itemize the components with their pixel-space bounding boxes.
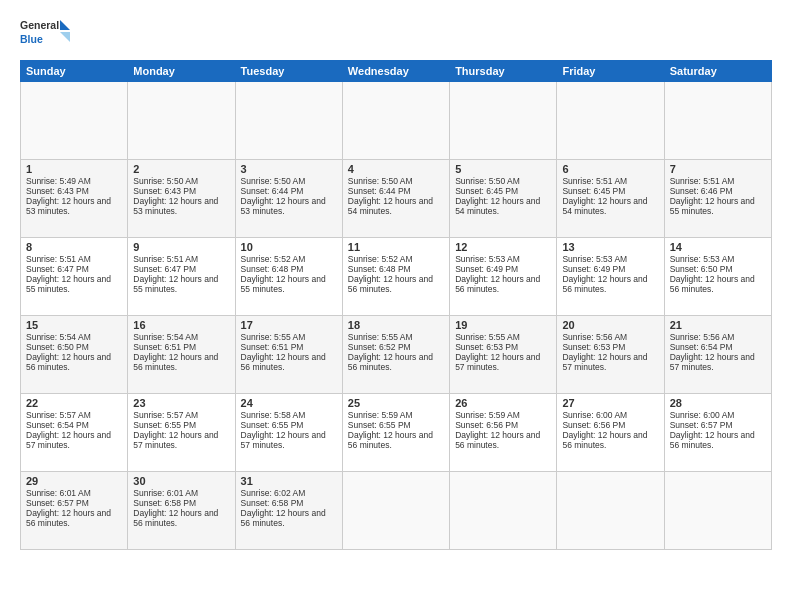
day-cell: 4Sunrise: 5:50 AMSunset: 6:44 PMDaylight… [342, 160, 449, 238]
sunrise-text: Sunrise: 5:49 AM [26, 176, 91, 186]
week-row-5: 22Sunrise: 5:57 AMSunset: 6:54 PMDayligh… [21, 394, 772, 472]
day-number: 6 [562, 163, 658, 175]
daylight-text: Daylight: 12 hours and 53 minutes. [133, 196, 218, 216]
sunrise-text: Sunrise: 5:59 AM [455, 410, 520, 420]
day-number: 15 [26, 319, 122, 331]
daylight-text: Daylight: 12 hours and 56 minutes. [670, 274, 755, 294]
sunrise-text: Sunrise: 5:50 AM [455, 176, 520, 186]
day-number: 16 [133, 319, 229, 331]
sunset-text: Sunset: 6:50 PM [26, 342, 89, 352]
header: General Blue [20, 16, 772, 52]
day-number: 9 [133, 241, 229, 253]
week-row-1 [21, 82, 772, 160]
day-number: 2 [133, 163, 229, 175]
sunrise-text: Sunrise: 5:51 AM [670, 176, 735, 186]
day-cell: 10Sunrise: 5:52 AMSunset: 6:48 PMDayligh… [235, 238, 342, 316]
day-cell: 29Sunrise: 6:01 AMSunset: 6:57 PMDayligh… [21, 472, 128, 550]
daylight-text: Daylight: 12 hours and 56 minutes. [133, 508, 218, 528]
logo: General Blue [20, 16, 70, 52]
day-cell [557, 472, 664, 550]
day-cell: 17Sunrise: 5:55 AMSunset: 6:51 PMDayligh… [235, 316, 342, 394]
day-number: 28 [670, 397, 766, 409]
sunset-text: Sunset: 6:52 PM [348, 342, 411, 352]
daylight-text: Daylight: 12 hours and 56 minutes. [26, 352, 111, 372]
calendar-table: SundayMondayTuesdayWednesdayThursdayFrid… [20, 60, 772, 550]
day-number: 11 [348, 241, 444, 253]
day-cell: 26Sunrise: 5:59 AMSunset: 6:56 PMDayligh… [450, 394, 557, 472]
sunset-text: Sunset: 6:53 PM [562, 342, 625, 352]
sunrise-text: Sunrise: 6:00 AM [562, 410, 627, 420]
daylight-text: Daylight: 12 hours and 55 minutes. [241, 274, 326, 294]
week-row-2: 1Sunrise: 5:49 AMSunset: 6:43 PMDaylight… [21, 160, 772, 238]
sunset-text: Sunset: 6:50 PM [670, 264, 733, 274]
sunrise-text: Sunrise: 5:56 AM [670, 332, 735, 342]
day-cell: 11Sunrise: 5:52 AMSunset: 6:48 PMDayligh… [342, 238, 449, 316]
sunrise-text: Sunrise: 6:01 AM [26, 488, 91, 498]
header-row: SundayMondayTuesdayWednesdayThursdayFrid… [21, 61, 772, 82]
sunset-text: Sunset: 6:54 PM [26, 420, 89, 430]
sunset-text: Sunset: 6:49 PM [455, 264, 518, 274]
daylight-text: Daylight: 12 hours and 57 minutes. [241, 430, 326, 450]
daylight-text: Daylight: 12 hours and 53 minutes. [241, 196, 326, 216]
day-cell: 2Sunrise: 5:50 AMSunset: 6:43 PMDaylight… [128, 160, 235, 238]
sunrise-text: Sunrise: 6:00 AM [670, 410, 735, 420]
sunrise-text: Sunrise: 5:55 AM [348, 332, 413, 342]
day-cell: 7Sunrise: 5:51 AMSunset: 6:46 PMDaylight… [664, 160, 771, 238]
sunrise-text: Sunrise: 5:57 AM [133, 410, 198, 420]
day-cell: 1Sunrise: 5:49 AMSunset: 6:43 PMDaylight… [21, 160, 128, 238]
day-cell [342, 82, 449, 160]
sunrise-text: Sunrise: 5:56 AM [562, 332, 627, 342]
day-cell: 20Sunrise: 5:56 AMSunset: 6:53 PMDayligh… [557, 316, 664, 394]
day-cell: 3Sunrise: 5:50 AMSunset: 6:44 PMDaylight… [235, 160, 342, 238]
day-number: 10 [241, 241, 337, 253]
daylight-text: Daylight: 12 hours and 54 minutes. [455, 196, 540, 216]
sunrise-text: Sunrise: 5:53 AM [562, 254, 627, 264]
day-cell: 6Sunrise: 5:51 AMSunset: 6:45 PMDaylight… [557, 160, 664, 238]
day-cell: 21Sunrise: 5:56 AMSunset: 6:54 PMDayligh… [664, 316, 771, 394]
daylight-text: Daylight: 12 hours and 54 minutes. [562, 196, 647, 216]
daylight-text: Daylight: 12 hours and 56 minutes. [348, 430, 433, 450]
sunrise-text: Sunrise: 5:51 AM [133, 254, 198, 264]
sunrise-text: Sunrise: 5:54 AM [133, 332, 198, 342]
sunrise-text: Sunrise: 6:01 AM [133, 488, 198, 498]
sunrise-text: Sunrise: 5:50 AM [133, 176, 198, 186]
day-cell: 28Sunrise: 6:00 AMSunset: 6:57 PMDayligh… [664, 394, 771, 472]
day-number: 22 [26, 397, 122, 409]
sunrise-text: Sunrise: 5:57 AM [26, 410, 91, 420]
sunset-text: Sunset: 6:57 PM [26, 498, 89, 508]
daylight-text: Daylight: 12 hours and 56 minutes. [670, 430, 755, 450]
col-header-wednesday: Wednesday [342, 61, 449, 82]
day-cell: 22Sunrise: 5:57 AMSunset: 6:54 PMDayligh… [21, 394, 128, 472]
sunrise-text: Sunrise: 5:53 AM [670, 254, 735, 264]
col-header-monday: Monday [128, 61, 235, 82]
day-number: 31 [241, 475, 337, 487]
sunset-text: Sunset: 6:58 PM [133, 498, 196, 508]
day-number: 30 [133, 475, 229, 487]
sunrise-text: Sunrise: 5:51 AM [26, 254, 91, 264]
day-number: 23 [133, 397, 229, 409]
day-number: 29 [26, 475, 122, 487]
day-cell: 8Sunrise: 5:51 AMSunset: 6:47 PMDaylight… [21, 238, 128, 316]
day-cell [450, 472, 557, 550]
day-cell: 5Sunrise: 5:50 AMSunset: 6:45 PMDaylight… [450, 160, 557, 238]
day-cell: 25Sunrise: 5:59 AMSunset: 6:55 PMDayligh… [342, 394, 449, 472]
sunset-text: Sunset: 6:44 PM [348, 186, 411, 196]
svg-text:Blue: Blue [20, 33, 43, 45]
day-cell: 16Sunrise: 5:54 AMSunset: 6:51 PMDayligh… [128, 316, 235, 394]
day-number: 20 [562, 319, 658, 331]
sunset-text: Sunset: 6:56 PM [562, 420, 625, 430]
day-cell: 19Sunrise: 5:55 AMSunset: 6:53 PMDayligh… [450, 316, 557, 394]
day-cell: 24Sunrise: 5:58 AMSunset: 6:55 PMDayligh… [235, 394, 342, 472]
daylight-text: Daylight: 12 hours and 56 minutes. [241, 508, 326, 528]
day-cell [342, 472, 449, 550]
day-cell: 15Sunrise: 5:54 AMSunset: 6:50 PMDayligh… [21, 316, 128, 394]
sunset-text: Sunset: 6:46 PM [670, 186, 733, 196]
day-cell: 9Sunrise: 5:51 AMSunset: 6:47 PMDaylight… [128, 238, 235, 316]
col-header-saturday: Saturday [664, 61, 771, 82]
day-cell [128, 82, 235, 160]
sunrise-text: Sunrise: 5:55 AM [241, 332, 306, 342]
sunrise-text: Sunrise: 5:53 AM [455, 254, 520, 264]
day-number: 26 [455, 397, 551, 409]
day-cell [450, 82, 557, 160]
daylight-text: Daylight: 12 hours and 57 minutes. [562, 352, 647, 372]
